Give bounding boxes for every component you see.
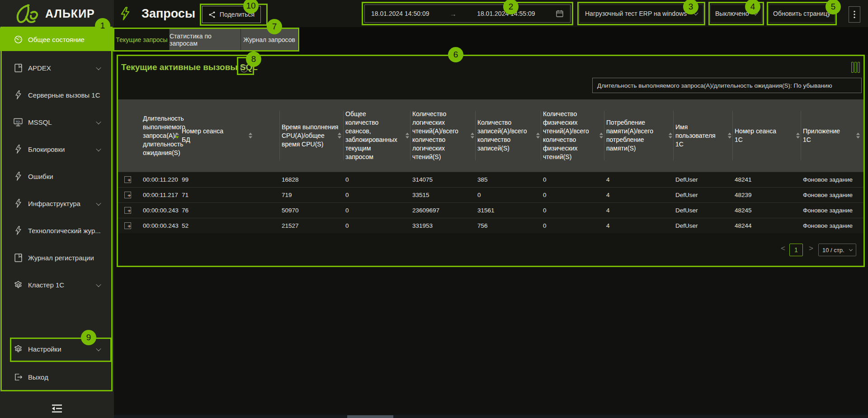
cell-session-1c: 48244 <box>735 218 752 234</box>
column-header-physical-reads[interactable]: Количество физических чтений(A)/всего ко… <box>543 99 605 172</box>
expand-row-button[interactable]: + <box>124 176 131 183</box>
top-bar: Запросы Поделиться 18.01.2024 14:50:09 →… <box>0 0 868 27</box>
cell-db-session: 71 <box>182 188 189 203</box>
cell-memory: 4 <box>606 172 610 188</box>
cell-memory: 4 <box>606 203 610 218</box>
cell-physical-reads: 0 <box>543 188 547 203</box>
pagination-next-button[interactable]: > <box>809 244 813 253</box>
sidebar-item-apdex[interactable]: APDEX <box>0 56 114 80</box>
cell-duration: 00:00:00.243 <box>143 203 179 218</box>
table-row[interactable]: + 00:00:11.217 71 719 0 33515 0 0 4 DefU… <box>118 187 863 202</box>
pagination-page-1[interactable]: 1 <box>789 244 803 256</box>
column-header-duration[interactable]: Длительность выполняемого запроса(A)/дли… <box>143 99 181 172</box>
sidebar-item-errors[interactable]: Ошибки <box>0 164 114 188</box>
date-range-arrow-icon: → <box>450 10 457 18</box>
refresh-page-label: Обновить страницу <box>773 10 830 17</box>
sidebar-item-label: Технологический жур... <box>28 227 101 235</box>
sidebar-item-label: Настройки <box>28 345 61 353</box>
share-icon <box>208 11 216 19</box>
expand-row-button[interactable]: + <box>124 222 131 229</box>
column-header-label: Количество записей(A)/всего количество з… <box>477 118 528 153</box>
column-header-db-session[interactable]: Номер сеанса БД <box>182 99 279 172</box>
sidebar-item-settings[interactable]: Настройки <box>0 337 114 361</box>
page-title: Запросы <box>142 0 195 27</box>
cell-session-1c: 48241 <box>735 172 752 188</box>
sidebar-item-logout[interactable]: Выход <box>0 365 114 389</box>
sort-carets-icon <box>536 133 540 139</box>
cell-application-1c: Фоновое задание <box>803 188 853 203</box>
cell-logical-reads: 331953 <box>412 218 433 234</box>
column-settings-icon[interactable] <box>851 62 860 73</box>
column-header-memory[interactable]: Потребление памяти(A)/всего потребление … <box>606 99 674 172</box>
brand-logo-icon <box>13 3 40 25</box>
table-row[interactable]: + 00:00:00.243 52 21527 0 331953 756 0 4… <box>118 218 863 233</box>
sort-carets-icon <box>406 133 409 139</box>
cell-records: 385 <box>477 172 488 188</box>
table-row[interactable]: + 00:00:00.243 76 50970 0 23609697 31561… <box>118 202 863 218</box>
sidebar-item-registration-journal[interactable]: Журнал регистрации <box>0 246 114 269</box>
chevron-down-icon <box>849 247 853 251</box>
column-header-session-1c[interactable]: Номер сеанса 1С <box>735 99 802 172</box>
page-size-value: 10 / стр. <box>822 247 844 254</box>
kebab-menu-icon <box>854 10 855 19</box>
document-icon <box>14 63 23 72</box>
help-icon[interactable]: ? <box>240 65 248 73</box>
column-header-label: Количество логических чтений(A)/всего ко… <box>412 110 463 161</box>
column-header-blocked-sessions[interactable]: Общее количество сеансов, заблокированны… <box>345 99 411 172</box>
column-header-logical-reads[interactable]: Количество логических чтений(A)/всего ко… <box>412 99 476 172</box>
cell-blocked-sessions: 0 <box>345 218 349 234</box>
tab-query-journal[interactable]: Журнал запросов <box>241 29 298 50</box>
sidebar-item-mssql[interactable]: SQL MSSQL <box>0 110 114 134</box>
scenario-select[interactable]: Нагрузочный тест ERP на windows <box>579 5 703 23</box>
sidebar-item-infrastructure[interactable]: Инфраструктура <box>0 192 114 215</box>
column-header-cpu-time[interactable]: Время выполнения CPU(A)/общее время CPU(… <box>282 99 343 172</box>
sidebar: АЛЬКИР Общее состояние APDEX Серверные в… <box>0 0 114 418</box>
chevron-down-icon <box>96 282 101 287</box>
expand-row-button[interactable]: + <box>124 207 131 214</box>
tab-query-statistics[interactable]: Статистика по запросам <box>170 29 241 50</box>
date-to-value[interactable]: 18.01.2024 14:55:09 <box>477 10 535 17</box>
cell-session-1c: 48245 <box>735 203 752 218</box>
expand-row-button[interactable]: + <box>124 192 131 198</box>
cell-user-1c: DefUser <box>675 203 698 218</box>
date-from-value[interactable]: 18.01.2024 14:50:09 <box>371 10 429 17</box>
page-size-select[interactable]: 10 / стр. <box>818 244 856 256</box>
share-button[interactable]: Поделиться <box>202 6 261 23</box>
chevron-down-icon <box>96 146 101 151</box>
sidebar-item-server-calls-1c[interactable]: Серверные вызовы 1С <box>0 83 114 107</box>
sort-carets-icon <box>175 133 179 139</box>
cell-records: 31561 <box>477 203 495 218</box>
pagination-prev-button[interactable]: < <box>781 244 785 253</box>
cell-blocked-sessions: 0 <box>345 203 349 218</box>
sidebar-item-overall-state[interactable]: Общее состояние <box>0 28 114 51</box>
sort-order-value: Длительность выполняемого запроса(A)/дли… <box>597 82 832 89</box>
sidebar-item-locks[interactable]: Блокировки <box>0 137 114 161</box>
column-header-label: Номер сеанса 1С <box>735 127 782 144</box>
sort-carets-icon <box>471 133 474 139</box>
brand-name: АЛЬКИР <box>45 0 95 27</box>
sort-carets-icon <box>728 133 731 139</box>
column-header-records[interactable]: Количество записей(A)/всего количество з… <box>477 99 542 172</box>
calendar-icon <box>556 9 564 18</box>
tab-label: Текущие запросы <box>116 36 167 43</box>
date-range-picker[interactable]: 18.01.2024 14:50:09 → 18.01.2024 14:55:0… <box>364 5 571 23</box>
sidebar-item-cluster-1c[interactable]: Кластер 1С <box>0 273 114 296</box>
sidebar-item-tech-journal[interactable]: Технологический жур... <box>0 219 114 242</box>
sidebar-collapse-button[interactable] <box>45 401 69 416</box>
sort-order-select[interactable]: Длительность выполняемого запроса(A)/дли… <box>592 78 862 93</box>
horizontal-scrollbar-thumb[interactable] <box>347 415 393 418</box>
tab-current-queries[interactable]: Текущие запросы <box>114 29 170 50</box>
sort-carets-icon <box>249 133 252 139</box>
more-menu-button[interactable] <box>849 6 860 23</box>
table-row[interactable]: + 00:00:11.220 99 16828 0 314075 385 0 4… <box>118 172 863 187</box>
column-header-label: Время выполнения CPU(A)/общее время CPU(… <box>282 123 343 149</box>
column-header-application-1c[interactable]: Приложение 1С <box>803 99 862 172</box>
recording-state-select[interactable]: Выключено <box>710 5 762 23</box>
gauge-icon <box>14 35 23 44</box>
tab-label: Статистика по запросам <box>170 33 241 47</box>
cell-application-1c: Фоновое задание <box>803 172 853 188</box>
column-header-user-1c[interactable]: Имя пользователя 1С <box>675 99 733 172</box>
refresh-page-button[interactable]: Обновить страницу <box>769 5 835 23</box>
sidebar-item-label: MSSQL <box>28 118 52 126</box>
column-header-label: Номер сеанса БД <box>182 127 231 144</box>
